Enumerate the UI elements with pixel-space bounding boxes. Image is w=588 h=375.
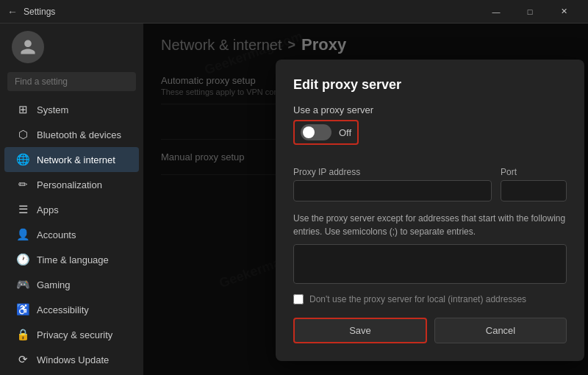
local-checkbox[interactable] xyxy=(293,294,304,304)
sidebar-label-network: Network & internet xyxy=(37,154,115,165)
exclude-desc: Use the proxy server except for addresse… xyxy=(293,212,567,238)
sidebar-item-apps[interactable]: ☰ Apps xyxy=(4,197,139,222)
proxy-toggle-state: Off xyxy=(339,127,351,138)
time-icon: 🕐 xyxy=(16,253,29,266)
ip-input[interactable] xyxy=(293,180,492,201)
modal-overlay: Edit proxy server Use a proxy server Off… xyxy=(143,24,588,375)
maximize-button[interactable]: □ xyxy=(513,0,547,24)
sidebar-label-time: Time & language xyxy=(37,254,109,265)
use-proxy-label: Use a proxy server xyxy=(293,104,567,115)
modal-buttons: Save Cancel xyxy=(293,318,567,343)
app-body: ⊞ System ⬡ Bluetooth & devices 🌐 Network… xyxy=(0,24,588,375)
proxy-toggle[interactable] xyxy=(301,124,331,140)
sidebar-label-privacy: Privacy & security xyxy=(37,329,112,340)
bluetooth-icon: ⬡ xyxy=(16,128,29,141)
title-bar-controls: — □ ✕ xyxy=(479,0,581,24)
cancel-button[interactable]: Cancel xyxy=(434,318,567,343)
checkbox-row: Don't use the proxy server for local (in… xyxy=(293,294,567,304)
ip-port-row: Proxy IP address Port xyxy=(293,167,567,201)
sidebar-item-personalization[interactable]: ✏ Personalization xyxy=(4,172,139,197)
accounts-icon: 👤 xyxy=(16,228,29,241)
search-input[interactable] xyxy=(7,72,136,91)
person-icon xyxy=(19,38,37,56)
port-group: Port xyxy=(501,167,567,201)
avatar xyxy=(12,31,44,63)
sidebar-item-time[interactable]: 🕐 Time & language xyxy=(4,247,139,272)
sidebar-label-personalization: Personalization xyxy=(37,179,102,190)
sidebar-item-accounts[interactable]: 👤 Accounts xyxy=(4,222,139,247)
port-label: Port xyxy=(501,167,567,177)
checkbox-label: Don't use the proxy server for local (in… xyxy=(309,294,526,304)
sidebar-label-bluetooth: Bluetooth & devices xyxy=(37,129,121,140)
port-input[interactable] xyxy=(501,180,567,201)
gaming-icon: 🎮 xyxy=(16,278,29,291)
sidebar-label-apps: Apps xyxy=(37,204,59,215)
save-button[interactable]: Save xyxy=(293,318,427,343)
sidebar-item-bluetooth[interactable]: ⬡ Bluetooth & devices xyxy=(4,122,139,147)
sidebar-label-gaming: Gaming xyxy=(37,279,71,290)
title-bar-left: ← Settings xyxy=(7,6,55,18)
ip-group: Proxy IP address xyxy=(293,167,492,201)
sidebar-item-accessibility[interactable]: ♿ Accessibility xyxy=(4,297,139,322)
sidebar-label-accounts: Accounts xyxy=(37,229,76,240)
sidebar-item-system[interactable]: ⊞ System xyxy=(4,97,139,122)
sidebar-label-accessibility: Accessibility xyxy=(37,304,89,315)
minimize-button[interactable]: — xyxy=(479,0,513,24)
title-bar: ← Settings — □ ✕ xyxy=(0,0,588,24)
privacy-icon: 🔒 xyxy=(16,328,29,341)
title-bar-title: Settings xyxy=(24,7,55,17)
sidebar-item-network[interactable]: 🌐 Network & internet xyxy=(4,147,139,172)
apps-icon: ☰ xyxy=(16,203,29,216)
sidebar-label-system: System xyxy=(37,104,68,115)
content-area: Geekermag.com Geekermag.com Geekermag.co… xyxy=(143,24,588,375)
edit-proxy-modal: Edit proxy server Use a proxy server Off… xyxy=(276,60,584,361)
sidebar-label-update: Windows Update xyxy=(37,354,109,365)
ip-label: Proxy IP address xyxy=(293,167,492,177)
exclude-input[interactable] xyxy=(293,244,567,284)
accessibility-icon: ♿ xyxy=(16,303,29,316)
sidebar-item-windows-update[interactable]: ⟳ Windows Update xyxy=(4,347,139,372)
proxy-toggle-wrapper: Off xyxy=(293,120,359,145)
sidebar: ⊞ System ⬡ Bluetooth & devices 🌐 Network… xyxy=(0,24,143,375)
use-proxy-row: Use a proxy server Off xyxy=(293,104,567,157)
modal-title: Edit proxy server xyxy=(293,77,567,93)
personalization-icon: ✏ xyxy=(16,178,29,191)
sidebar-item-privacy[interactable]: 🔒 Privacy & security xyxy=(4,322,139,347)
system-icon: ⊞ xyxy=(16,103,29,116)
network-icon: 🌐 xyxy=(16,153,29,166)
proxy-toggle-knob xyxy=(303,126,315,138)
sidebar-item-gaming[interactable]: 🎮 Gaming xyxy=(4,272,139,297)
back-button[interactable]: ← xyxy=(7,6,18,18)
update-icon: ⟳ xyxy=(16,353,29,366)
close-button[interactable]: ✕ xyxy=(547,0,581,24)
